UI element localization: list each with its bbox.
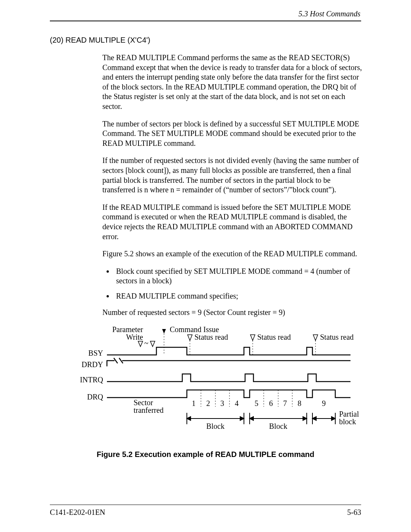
svg-marker-54 [331, 417, 335, 420]
svg-text:3: 3 [220, 399, 224, 407]
svg-marker-16 [313, 335, 318, 340]
timing-diagram: BSY DRDY INTRQ DRQ Parameter Write Comma… [76, 325, 362, 439]
svg-text:Parameter: Parameter [112, 325, 143, 334]
svg-text:8: 8 [298, 399, 301, 407]
svg-text:Write: Write [126, 333, 143, 341]
svg-text:~: ~ [144, 339, 148, 347]
svg-marker-12 [150, 341, 155, 347]
section-title: (20) READ MULTIPLE (X'C4') [50, 36, 361, 45]
svg-text:Status read: Status read [320, 333, 354, 341]
svg-text:Block: Block [269, 422, 287, 430]
svg-marker-14 [188, 335, 192, 340]
bullet-item: Block count specified by SET MULTIPLE MO… [114, 267, 362, 286]
doc-id: C141-E202-01EN [50, 508, 105, 517]
section-header: 5.3 Host Commands [50, 10, 361, 18]
svg-marker-15 [250, 335, 255, 340]
svg-marker-53 [312, 417, 316, 420]
paragraph: Figure 5.2 shows an example of the execu… [102, 249, 362, 259]
paragraph: The number of sectors per block is defin… [102, 119, 362, 149]
page-number: 5-63 [347, 508, 361, 517]
svg-text:Sector: Sector [134, 398, 153, 407]
svg-marker-48 [240, 417, 244, 420]
svg-text:1: 1 [192, 399, 196, 407]
svg-text:DRDY: DRDY [81, 360, 103, 369]
svg-text:Partial: Partial [339, 410, 359, 418]
svg-marker-50 [250, 417, 253, 420]
bullet-item: READ MULTIPLE command specifies; [114, 291, 362, 301]
svg-text:4: 4 [235, 399, 239, 407]
svg-text:5: 5 [255, 399, 258, 407]
svg-marker-47 [187, 417, 191, 420]
svg-text:9: 9 [322, 399, 326, 407]
svg-text:DRQ: DRQ [87, 393, 104, 401]
svg-text:Status read: Status read [194, 333, 228, 341]
svg-marker-11 [138, 341, 143, 347]
paragraph: The READ MULTIPLE Command performs the s… [102, 53, 362, 112]
svg-text:BSY: BSY [88, 349, 103, 357]
paragraph: If the number of requested sectors is no… [102, 156, 362, 195]
svg-text:Status read: Status read [257, 333, 291, 341]
svg-text:tranferred: tranferred [134, 406, 164, 414]
svg-marker-51 [303, 417, 307, 420]
svg-text:Command Issue: Command Issue [170, 325, 219, 334]
svg-marker-10 [162, 329, 166, 334]
svg-text:block: block [339, 417, 356, 426]
svg-text:Block: Block [206, 422, 225, 430]
svg-text:INTRQ: INTRQ [80, 375, 104, 384]
svg-text:6: 6 [269, 399, 273, 407]
header-rule [50, 21, 361, 21]
paragraph: Number of requested sectors = 9 (Sector … [102, 308, 362, 318]
footer-rule [50, 505, 361, 505]
figure-caption: Figure 5.2 Execution example of READ MUL… [50, 450, 361, 459]
paragraph: If the READ MULTIPLE command is issued b… [102, 203, 362, 241]
svg-text:2: 2 [206, 399, 210, 407]
svg-text:7: 7 [283, 399, 287, 407]
